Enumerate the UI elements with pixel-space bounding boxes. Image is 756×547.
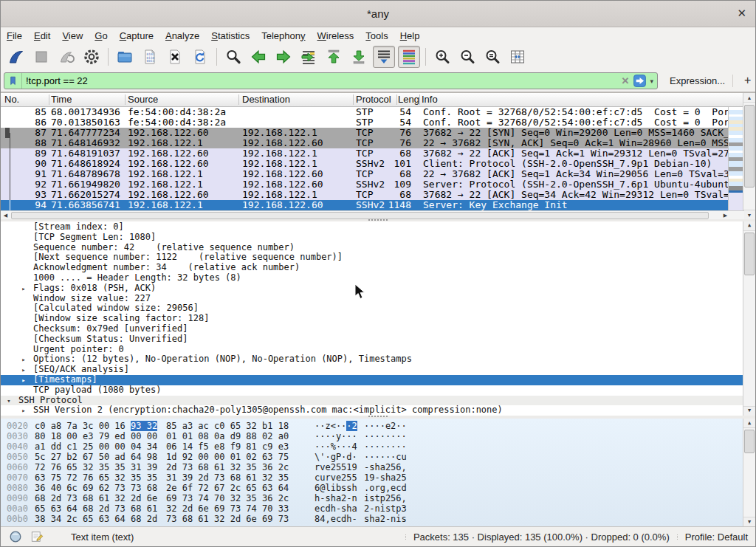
column-separator[interactable] [396,94,397,105]
add-filter-button[interactable]: + [740,73,755,88]
column-header-length[interactable]: Length [398,94,419,105]
hex-bytes[interactable]: 72 76 65 32 35 35 31 39 [35,462,157,472]
start-capture-icon[interactable] [5,46,27,68]
go-to-packet-icon[interactable] [298,46,320,68]
tree-expander-icon[interactable]: ▾ [5,396,13,406]
column-separator[interactable] [353,94,354,105]
hex-bytes[interactable]: 06 14 f5 e8 f9 81 c9 e3 [166,441,289,452]
hex-bytes[interactable]: c0 a8 7a 3c 00 16 93 32 [35,421,157,431]
scroll-up-icon[interactable]: ▲ [743,419,755,428]
scroll-up-icon[interactable]: ▲ [743,221,755,231]
detail-row[interactable]: [Window size scaling factor: 128] [1,314,743,324]
column-header-info[interactable]: Info [422,94,438,105]
scrollbar-thumb[interactable] [744,105,755,188]
ascii-bytes[interactable]: istp256, [364,493,407,503]
profile-status[interactable]: Profile: Default [685,531,748,543]
hex-row[interactable]: 0040a1 dd c1 25 00 00 04 3406 14 f5 e8 f… [1,441,743,452]
ascii-bytes[interactable]: ········ [364,441,407,452]
menu-item-analyze[interactable]: Analyze [159,29,205,43]
hex-bytes[interactable]: 36 40 6c 69 62 73 73 68 [35,483,157,493]
go-first-packet-icon[interactable] [323,46,345,68]
hex-bytes[interactable]: 2d 73 68 61 32 35 36 2c [166,462,289,472]
hex-row[interactable]: 003080 18 00 e3 79 ed 00 0001 01 08 0a d… [1,431,743,441]
ascii-bytes[interactable]: ····e2·· [364,421,407,431]
ascii-bytes[interactable]: sha2-nis [364,514,407,524]
ascii-bytes[interactable]: rve25519 [315,462,357,472]
tree-expander-icon[interactable]: ▸ [20,406,27,416]
detail-row[interactable]: Acknowledgment number: 34 (relative ack … [1,263,743,273]
expert-info-icon[interactable] [8,529,23,544]
save-capture-icon[interactable]: 010101100011 [139,46,161,68]
scrollbar-thumb[interactable] [11,212,709,219]
resize-columns-icon[interactable] [506,46,529,68]
zoom-out-icon[interactable] [456,46,478,68]
scroll-down-icon[interactable]: ▼ [743,517,755,526]
hex-row[interactable]: 009068 2d 73 68 61 32 2d 6e69 73 74 70 3… [1,493,743,503]
column-header-destination[interactable]: Destination [242,94,290,105]
packet-row[interactable]: 8568.001734936fe:54:00:d4:38:2aSTP54Conf… [1,107,728,117]
go-back-icon[interactable] [247,46,269,68]
hex-bytes[interactable]: 1d 92 00 00 01 02 63 75 [166,452,289,462]
tree-expander-icon[interactable]: ▸ [20,376,27,385]
detail-row[interactable]: [Calculated window size: 29056] [1,303,743,314]
hex-bytes[interactable]: a1 dd c1 25 00 00 04 34 [35,441,157,452]
scrollbar-thumb[interactable] [744,233,755,275]
hex-bytes[interactable]: 80 18 00 e3 79 ed 00 00 [35,431,157,441]
auto-scroll-icon[interactable] [373,46,395,68]
packet-list-vertical-scrollbar[interactable]: ▲ ▼ [743,93,755,219]
filter-bookmark-icon[interactable] [4,73,22,89]
scroll-down-icon[interactable]: ▼ [743,406,755,416]
hex-bytes[interactable]: 85 a3 ac c0 65 32 b1 18 [166,421,289,431]
detail-row[interactable]: ▸Options: (12 bytes), No-Operation (NOP)… [1,354,743,365]
packet-row[interactable]: 8871.648146932192.168.122.1192.168.122.6… [1,138,728,148]
zoom-in-icon[interactable] [431,46,453,68]
colorize-icon[interactable] [398,46,420,68]
menu-item-edit[interactable]: Edit [28,29,56,43]
ascii-bytes[interactable]: ········ [364,431,407,441]
hex-bytes[interactable]: 2e 6f 72 67 2c 65 63 64 [166,483,289,493]
hex-bytes[interactable]: 38 34 2c 65 63 64 68 2d [35,514,157,524]
capture-options-icon[interactable] [80,46,103,68]
find-packet-icon[interactable] [222,46,244,68]
detail-row[interactable]: ▸Flags: 0x018 (PSH, ACK) [1,283,743,294]
packet-row[interactable]: 8971.648191037192.168.122.60192.168.122.… [1,148,728,159]
column-separator[interactable] [49,94,49,105]
hex-selected-bytes[interactable]: 93 32 [131,421,157,431]
close-capture-icon[interactable] [164,46,186,68]
go-last-packet-icon[interactable] [348,46,370,68]
bytes-vertical-scrollbar[interactable]: ▲ ▼ [743,419,755,526]
filter-history-dropdown-icon[interactable]: ▾ [648,78,657,85]
column-header-protocol[interactable]: Protocol [356,94,391,105]
ascii-selected-bytes[interactable]: ·2 [346,421,357,431]
detail-row[interactable]: 1000 .... = Header Length: 32 bytes (8) [1,273,743,283]
ascii-bytes[interactable]: \'·gP·d· [315,452,357,462]
ascii-bytes[interactable]: .org,ecd [364,483,407,493]
ascii-bytes[interactable]: 84,ecdh- [315,514,357,524]
tree-expander-icon[interactable]: ▸ [20,355,27,365]
column-header-time[interactable]: Time [51,94,72,105]
ascii-bytes[interactable]: h-sha2-n [315,493,357,503]
menu-item-view[interactable]: View [56,29,89,43]
ascii-bytes[interactable]: ···%···4 [315,441,357,452]
hex-bytes[interactable]: 5c 27 b2 67 50 ad 64 98 [35,452,157,462]
scroll-down-icon[interactable]: ▼ [743,210,755,219]
column-separator[interactable] [419,94,420,105]
ascii-bytes[interactable]: ····y··· [315,431,357,441]
packet-row[interactable]: 9071.648618924192.168.122.60192.168.122.… [1,159,728,169]
detail-row[interactable]: Urgent pointer: 0 [1,345,743,355]
display-filter-input[interactable] [22,75,619,86]
details-vertical-scrollbar[interactable]: ▲ ▼ [743,221,755,416]
ascii-bytes[interactable]: ecdh-sha [315,503,357,514]
close-window-icon[interactable]: ✕ [737,7,746,20]
ascii-bytes[interactable]: 19-sha25 [364,472,407,483]
hex-row[interactable]: 00b038 34 2c 65 63 64 68 2d73 68 61 32 2… [1,514,743,524]
detail-row[interactable]: Checksum: 0x79ed [unverified] [1,324,743,334]
ascii-bytes[interactable]: -sha256, [364,462,407,472]
hex-row[interactable]: 00a065 63 64 68 2d 73 68 6132 2d 6e 69 7… [1,503,743,514]
detail-row[interactable]: [TCP Segment Len: 1080] [1,233,743,243]
stop-capture-icon[interactable] [30,46,52,68]
scroll-up-icon[interactable]: ▲ [743,93,755,103]
tree-expander-icon[interactable]: ▸ [20,284,27,294]
detail-row[interactable]: ▸[SEQ/ACK analysis] [1,365,743,375]
ascii-bytes[interactable]: ······cu [364,452,407,462]
